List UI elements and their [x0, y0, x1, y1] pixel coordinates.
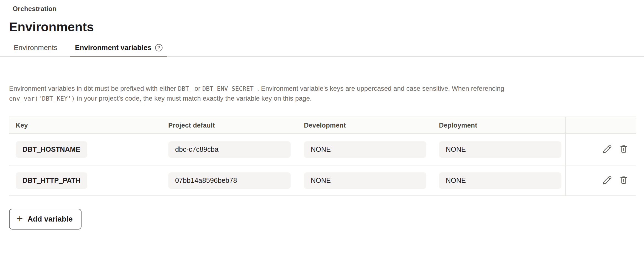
deployment-value: NONE: [439, 141, 561, 158]
project-default-value: dbc-c7c89cba: [168, 141, 291, 158]
column-header-actions: [565, 117, 636, 133]
column-header-key: Key: [9, 122, 168, 129]
plus-icon: +: [17, 213, 23, 224]
tab-environment-variables[interactable]: Environment variables ?: [70, 41, 167, 56]
environment-variables-page: Orchestration Environments Environments …: [0, 0, 644, 254]
add-variable-button[interactable]: + Add variable: [9, 209, 82, 230]
edit-variable-button[interactable]: [602, 145, 612, 154]
column-header-development: Development: [304, 122, 439, 129]
pencil-icon: [603, 144, 612, 154]
variable-key-pill: DBT_HOSTNAME: [16, 141, 87, 158]
code-env-var: env_var('DBT_KEY'): [9, 95, 75, 102]
development-value: NONE: [304, 172, 426, 189]
tab-bar: Environments Environment variables ?: [0, 41, 644, 57]
table-header-row: Key Project default Development Deployme…: [9, 117, 636, 134]
description-text: Environment variables in dbt must be pre…: [9, 84, 644, 103]
development-value: NONE: [304, 141, 426, 158]
column-header-project-default: Project default: [168, 122, 304, 129]
code-dbt-env-secret-prefix: DBT_ENV_SECRET_: [202, 85, 257, 92]
tab-environments-label: Environments: [14, 43, 57, 52]
tab-environments[interactable]: Environments: [9, 41, 62, 56]
help-icon[interactable]: ?: [155, 44, 163, 51]
pencil-icon: [603, 175, 612, 186]
code-dbt-prefix: DBT_: [178, 85, 192, 92]
delete-variable-button[interactable]: [619, 145, 629, 154]
deployment-value: NONE: [439, 172, 561, 189]
row-actions: [565, 134, 636, 165]
environment-variables-table: Key Project default Development Deployme…: [9, 117, 636, 196]
add-variable-label: Add variable: [27, 215, 72, 223]
column-header-deployment: Deployment: [439, 122, 565, 129]
description-line-1: Environment variables in dbt must be pre…: [9, 84, 644, 93]
breadcrumb[interactable]: Orchestration: [13, 5, 57, 13]
table-row: DBT_HOSTNAME dbc-c7c89cba NONE NONE: [9, 134, 636, 165]
description-line-2: env_var('DBT_KEY') in your project's cod…: [9, 93, 644, 103]
row-actions: [565, 165, 636, 195]
delete-variable-button[interactable]: [619, 176, 629, 186]
variable-key-pill: DBT_HTTP_PATH: [16, 172, 87, 189]
page-title: Environments: [9, 20, 644, 34]
trash-icon: [619, 144, 628, 154]
tab-environment-variables-label: Environment variables: [75, 43, 152, 52]
table-row: DBT_HTTP_PATH 07bb14a8596beb78 NONE NONE: [9, 165, 636, 196]
edit-variable-button[interactable]: [602, 176, 612, 186]
trash-icon: [619, 175, 628, 186]
project-default-value: 07bb14a8596beb78: [168, 172, 291, 189]
